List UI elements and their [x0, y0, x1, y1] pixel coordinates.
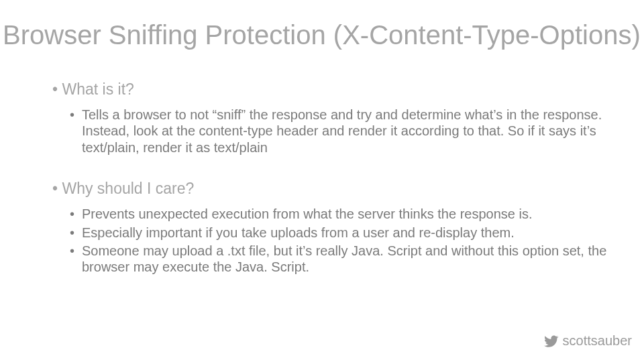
- bullet-icon: •: [70, 206, 74, 222]
- item-text: Especially important if you take uploads…: [82, 225, 515, 240]
- slide-title: Browser Sniffing Protection (X-Content-T…: [3, 20, 641, 50]
- footer-handle: scottsauber: [563, 333, 632, 349]
- item-text: Tells a browser to not “sniff” the respo…: [82, 107, 602, 155]
- bullet-icon: •: [70, 107, 74, 123]
- bullet-icon: •: [52, 80, 58, 98]
- item-text: Prevents unexpected execution from what …: [82, 206, 532, 221]
- list-item: • Especially important if you take uploa…: [70, 225, 617, 241]
- slide-content: • What is it? • Tells a browser to not “…: [52, 80, 617, 296]
- heading-text: What is it?: [62, 80, 133, 98]
- list-item: • Prevents unexpected execution from wha…: [70, 206, 617, 222]
- heading-text: Why should I care?: [62, 180, 194, 197]
- section-heading-what: • What is it?: [52, 80, 617, 99]
- footer: scottsauber: [543, 333, 632, 349]
- twitter-icon: [543, 334, 560, 349]
- list-item: • Someone may upload a .txt file, but it…: [70, 243, 617, 276]
- bullet-icon: •: [70, 243, 74, 259]
- section-heading-why: • Why should I care?: [52, 180, 617, 198]
- item-text: Someone may upload a .txt file, but it’s…: [82, 243, 606, 274]
- bullet-icon: •: [70, 225, 74, 241]
- bullet-icon: •: [52, 180, 58, 197]
- list-item: • Tells a browser to not “sniff” the res…: [70, 107, 617, 156]
- section-list-why: • Prevents unexpected execution from wha…: [70, 206, 617, 276]
- section-list-what: • Tells a browser to not “sniff” the res…: [70, 107, 617, 156]
